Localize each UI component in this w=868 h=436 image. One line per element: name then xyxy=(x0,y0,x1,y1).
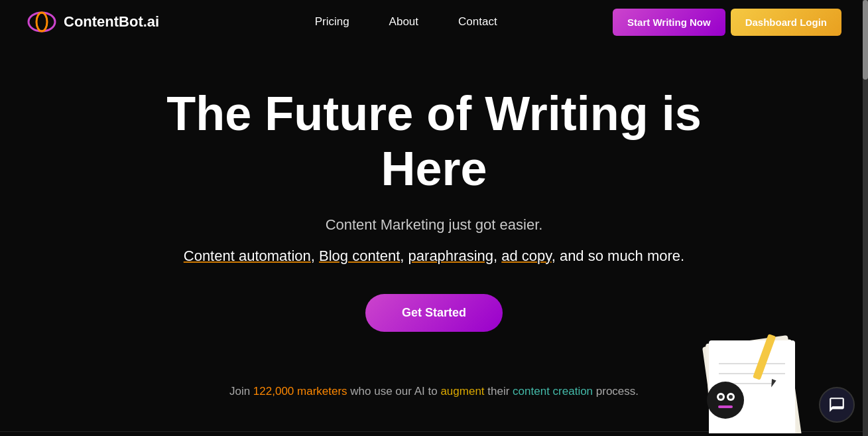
nav-pricing[interactable]: Pricing xyxy=(315,15,349,29)
nav-actions: Start Writing Now Dashboard Login xyxy=(613,9,841,36)
social-proof-augment: augment xyxy=(440,385,484,398)
comma3: , xyxy=(493,248,501,264)
social-proof-count: 122,000 marketers xyxy=(253,385,347,398)
nav-about[interactable]: About xyxy=(389,15,418,29)
comma1: , xyxy=(311,248,319,264)
scrollbar-track[interactable] xyxy=(863,0,868,436)
social-proof-middle2: their xyxy=(485,385,513,398)
chat-button[interactable] xyxy=(819,387,855,423)
feature-paraphrasing: paraphrasing xyxy=(408,248,493,264)
hero-section: The Future of Writing is Here Content Ma… xyxy=(0,0,868,436)
scrollbar-thumb[interactable] xyxy=(863,0,868,80)
logo-icon xyxy=(27,7,57,37)
feature-ad-copy: ad copy xyxy=(501,248,551,264)
nav-center: Pricing About Contact xyxy=(159,15,613,29)
nav-contact[interactable]: Contact xyxy=(458,15,497,29)
hero-features: Content automation, Blog content, paraph… xyxy=(184,244,684,267)
features-suffix: , and so much more. xyxy=(552,248,685,264)
svg-point-0 xyxy=(29,13,55,31)
get-started-button[interactable]: Get Started xyxy=(365,294,503,332)
hero-subtitle: Content Marketing just got easier. xyxy=(326,216,543,234)
hero-title: The Future of Writing is Here xyxy=(136,86,733,196)
dashboard-login-button[interactable]: Dashboard Login xyxy=(731,9,841,36)
social-proof-middle: who use our AI to xyxy=(347,385,441,398)
logo-area: ContentBot.ai xyxy=(27,7,159,37)
navbar: ContentBot.ai Pricing About Contact Star… xyxy=(0,0,868,44)
comma2: , xyxy=(400,248,408,264)
social-proof-content-creation: content creation xyxy=(513,385,593,398)
svg-point-1 xyxy=(36,13,47,31)
logo-text: ContentBot.ai xyxy=(64,13,159,31)
social-proof-prefix: Join xyxy=(229,385,253,398)
feature-content-automation: Content automation xyxy=(184,248,311,264)
social-proof-suffix: process. xyxy=(593,385,639,398)
feature-blog-content: Blog content xyxy=(319,248,400,264)
nav-links: Pricing About Contact xyxy=(315,15,497,29)
logos-bar: Penguin xyxy=(0,431,868,436)
social-proof: Join 122,000 marketers who use our AI to… xyxy=(229,385,639,398)
start-writing-button[interactable]: Start Writing Now xyxy=(613,9,725,36)
